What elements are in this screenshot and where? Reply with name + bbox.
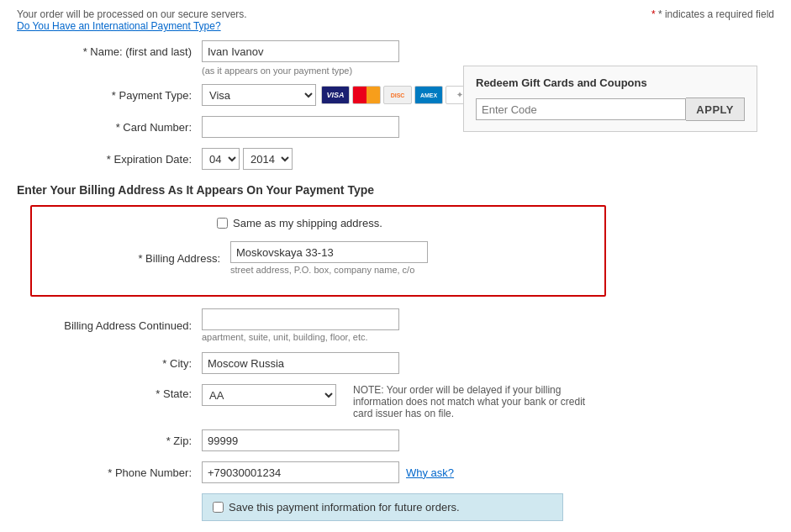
save-payment-label: Save this payment information for future… bbox=[229, 501, 460, 514]
top-bar: Your order will be processed on our secu… bbox=[17, 8, 774, 32]
note-text: NOTE: Your order will be delayed if your… bbox=[353, 384, 585, 419]
exp-month-select[interactable]: 010203 04 050607 080910 1112 bbox=[202, 148, 240, 170]
gift-card-box: Redeem Gift Cards and Coupons APPLY bbox=[463, 66, 757, 132]
visa-icon: VISA bbox=[321, 86, 350, 104]
phone-row: * Phone Number: Why ask? bbox=[17, 461, 774, 483]
zip-row: * Zip: bbox=[17, 429, 774, 451]
required-text: * indicates a required field bbox=[658, 8, 774, 20]
billing-continued-label: Billing Address Continued: bbox=[17, 319, 202, 332]
international-payment-link[interactable]: Do You Have an International Payment Typ… bbox=[17, 20, 221, 32]
billing-continued-row: Billing Address Continued: apartment, su… bbox=[17, 308, 774, 342]
save-payment-checkbox[interactable] bbox=[213, 502, 224, 513]
billing-continued-helper: apartment, suite, unit, building, floor,… bbox=[202, 332, 399, 342]
amex-icon: AMEX bbox=[414, 86, 443, 104]
secure-text: Your order will be processed on our secu… bbox=[17, 8, 247, 20]
city-input[interactable] bbox=[202, 352, 399, 374]
state-select[interactable]: AAAEAPAL AKAZARCA COCTDEFL bbox=[202, 384, 336, 406]
billing-continued-input[interactable] bbox=[202, 308, 399, 330]
zip-label: * Zip: bbox=[17, 435, 202, 447]
same-as-shipping-label: Same as my shipping address. bbox=[233, 217, 382, 229]
required-note: * * indicates a required field bbox=[651, 8, 774, 20]
same-as-shipping-row: Same as my shipping address. bbox=[217, 217, 591, 229]
apply-button[interactable]: APPLY bbox=[686, 97, 745, 121]
card-number-label: * Card Number: bbox=[17, 121, 202, 134]
note-box: NOTE: Your order will be delayed if your… bbox=[353, 384, 588, 419]
phone-label: * Phone Number: bbox=[17, 466, 202, 479]
payment-type-label: * Payment Type: bbox=[17, 89, 202, 102]
top-bar-left: Your order will be processed on our secu… bbox=[17, 8, 247, 32]
why-ask-link[interactable]: Why ask? bbox=[406, 466, 454, 479]
billing-address-label: * Billing Address: bbox=[45, 252, 230, 265]
billing-address-input[interactable] bbox=[230, 241, 428, 263]
gift-card-input[interactable] bbox=[476, 98, 686, 120]
state-label: * State: bbox=[17, 384, 202, 400]
billing-box: Same as my shipping address. * Billing A… bbox=[30, 205, 606, 297]
mastercard-icon: MC bbox=[352, 86, 381, 104]
billing-address-helper: street address, P.O. box, company name, … bbox=[230, 265, 428, 275]
state-row: * State: AAAEAPAL AKAZARCA COCTDEFL NOTE… bbox=[17, 384, 774, 419]
expiration-label: * Expiration Date: bbox=[17, 153, 202, 166]
save-payment-row: Save this payment information for future… bbox=[202, 493, 563, 521]
exp-year-select[interactable]: 2014 201520162017 201820192020 bbox=[243, 148, 293, 170]
name-label: * Name: (first and last) bbox=[17, 45, 202, 58]
payment-type-select[interactable]: Visa MasterCard Discover American Expres… bbox=[202, 84, 316, 106]
card-icons: VISA MC DISC AMEX ✦ bbox=[321, 86, 474, 104]
expiration-controls: 010203 04 050607 080910 1112 2014 201520… bbox=[202, 148, 293, 170]
name-row: * Name: (first and last) bbox=[17, 40, 774, 62]
required-star: * bbox=[651, 8, 656, 20]
city-label: * City: bbox=[17, 357, 202, 370]
payment-type-controls: Visa MasterCard Discover American Expres… bbox=[202, 84, 474, 106]
card-number-input[interactable] bbox=[202, 116, 399, 138]
billing-section-title: Enter Your Billing Address As It Appears… bbox=[17, 183, 774, 197]
billing-address-row: * Billing Address: street address, P.O. … bbox=[45, 241, 591, 275]
zip-input[interactable] bbox=[202, 429, 399, 451]
discover-icon: DISC bbox=[383, 86, 412, 104]
name-input[interactable] bbox=[202, 40, 399, 62]
expiration-row: * Expiration Date: 010203 04 050607 0809… bbox=[17, 148, 774, 170]
gift-card-title: Redeem Gift Cards and Coupons bbox=[476, 76, 745, 89]
city-row: * City: bbox=[17, 352, 774, 374]
phone-input[interactable] bbox=[202, 461, 399, 483]
same-as-shipping-checkbox[interactable] bbox=[217, 218, 228, 229]
gift-card-input-row: APPLY bbox=[476, 97, 745, 121]
